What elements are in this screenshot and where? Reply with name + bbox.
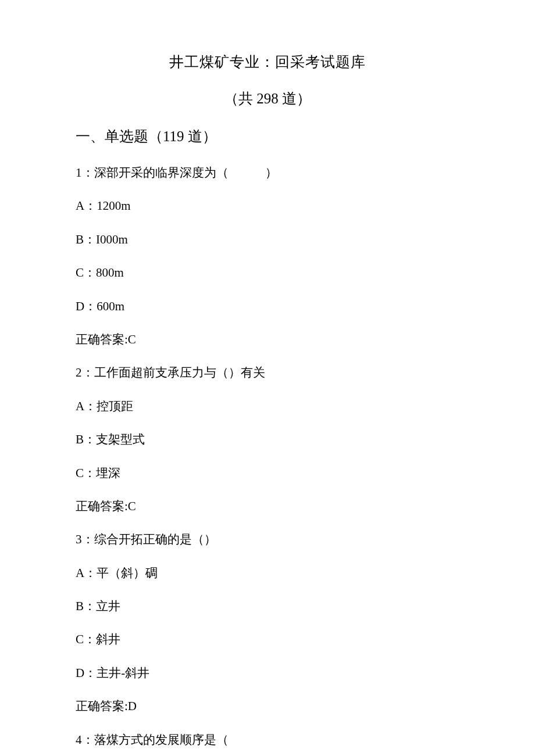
document-page: 井工煤矿专业：回采考试题库 （共 298 道） 一、单选题（119 道） 1：深…: [0, 0, 535, 756]
question-block: 1：深部开采的临界深度为（ ） A：1200m B：I000m C：800m D…: [76, 164, 459, 348]
question-answer: 正确答案:C: [76, 331, 459, 348]
question-option: C：800m: [76, 264, 459, 281]
question-option: B：立井: [76, 598, 459, 615]
question-option: A：1200m: [76, 198, 459, 214]
question-answer: 正确答案:D: [76, 698, 459, 715]
question-option: B：I000m: [76, 231, 459, 248]
question-option: A：控顶距: [76, 398, 459, 415]
question-option: B：支架型式: [76, 431, 459, 448]
question-stem: 4：落煤方式的发展顺序是（: [76, 732, 459, 748]
question-option: C：埋深: [76, 465, 459, 482]
question-option: D：主井-斜井: [76, 665, 459, 682]
question-stem: 1：深部开采的临界深度为（ ）: [76, 164, 459, 181]
question-option: D：600m: [76, 298, 459, 315]
page-title: 井工煤矿专业：回采考试题库: [76, 52, 459, 71]
question-option: A：平（斜）碉: [76, 565, 459, 582]
page-subtitle: （共 298 道）: [76, 89, 459, 108]
question-option: C：斜井: [76, 631, 459, 648]
question-block: 4：落煤方式的发展顺序是（: [76, 732, 459, 748]
section-heading: 一、单选题（119 道）: [76, 127, 459, 146]
question-block: 3：综合开拓正确的是（） A：平（斜）碉 B：立井 C：斜井 D：主井-斜井 正…: [76, 531, 459, 715]
question-stem: 2：工作面超前支承压力与（）有关: [76, 364, 459, 381]
question-answer: 正确答案:C: [76, 498, 459, 515]
question-block: 2：工作面超前支承压力与（）有关 A：控顶距 B：支架型式 C：埋深 正确答案:…: [76, 364, 459, 515]
question-stem: 3：综合开拓正确的是（）: [76, 531, 459, 548]
